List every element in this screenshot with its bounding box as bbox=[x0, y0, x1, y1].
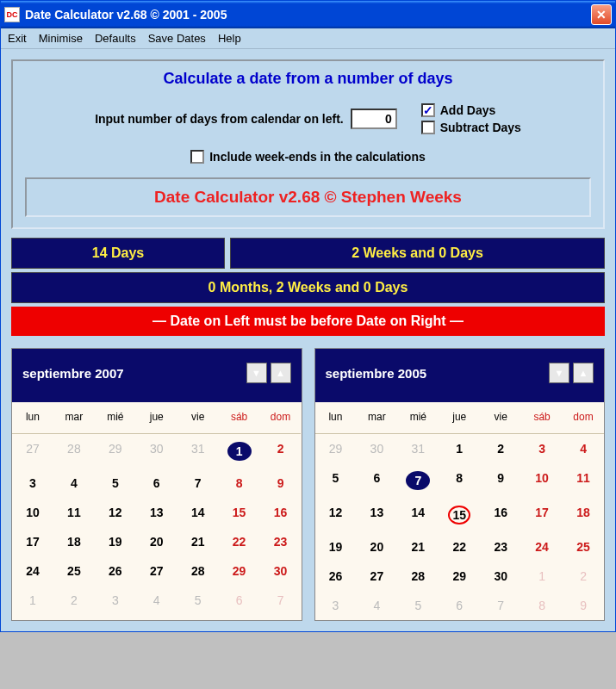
calendar-day[interactable]: 28 bbox=[53, 434, 95, 469]
calendar-day[interactable]: 6 bbox=[219, 586, 260, 615]
calendar-day[interactable]: 22 bbox=[219, 527, 260, 556]
calendar-day[interactable]: 20 bbox=[136, 527, 177, 556]
menu-help[interactable]: Help bbox=[218, 32, 241, 45]
calendar-day[interactable]: 8 bbox=[521, 591, 563, 620]
calendar-day[interactable]: 19 bbox=[315, 532, 357, 562]
calendar-day[interactable]: 3 bbox=[12, 469, 53, 498]
calendar-left-up[interactable]: ▲ bbox=[271, 363, 291, 383]
calendar-day[interactable]: 26 bbox=[95, 556, 136, 586]
calendar-day[interactable]: 12 bbox=[95, 498, 136, 527]
calendar-day[interactable]: 22 bbox=[439, 532, 480, 562]
calendar-day[interactable]: 29 bbox=[95, 434, 136, 469]
calendar-day[interactable]: 8 bbox=[219, 469, 260, 498]
calendar-day[interactable]: 19 bbox=[95, 527, 136, 556]
calendar-day[interactable]: 10 bbox=[521, 463, 563, 498]
calendar-day[interactable]: 16 bbox=[480, 498, 521, 532]
calendar-day[interactable]: 12 bbox=[315, 498, 357, 532]
calendar-day[interactable]: 25 bbox=[53, 556, 95, 586]
calendar-day[interactable]: 6 bbox=[356, 463, 397, 498]
calendar-day[interactable]: 28 bbox=[177, 556, 219, 586]
calendar-day[interactable]: 3 bbox=[95, 586, 136, 615]
calendar-day[interactable]: 25 bbox=[563, 532, 604, 562]
calendar-day[interactable]: 5 bbox=[397, 591, 439, 620]
calendar-day[interactable]: 9 bbox=[480, 463, 521, 498]
add-days-checkbox[interactable]: ✓ bbox=[421, 103, 435, 117]
calendar-day[interactable]: 28 bbox=[397, 562, 439, 591]
calendar-day[interactable]: 3 bbox=[521, 434, 563, 463]
calendar-day[interactable]: 31 bbox=[397, 434, 439, 463]
calendar-day[interactable]: 24 bbox=[12, 556, 53, 586]
calendar-day[interactable]: 27 bbox=[356, 562, 397, 591]
calendar-day[interactable]: 15 bbox=[439, 498, 480, 532]
calendar-day[interactable]: 3 bbox=[315, 591, 357, 620]
calendar-day[interactable]: 14 bbox=[397, 498, 439, 532]
calendar-day[interactable]: 14 bbox=[177, 498, 219, 527]
calendar-day[interactable]: 30 bbox=[136, 434, 177, 469]
calendar-day[interactable]: 18 bbox=[53, 527, 95, 556]
calendar-day[interactable]: 13 bbox=[136, 498, 177, 527]
calendar-day[interactable]: 6 bbox=[136, 469, 177, 498]
calendar-day[interactable]: 17 bbox=[12, 527, 53, 556]
calendar-day[interactable]: 23 bbox=[260, 527, 302, 556]
calendar-day[interactable]: 4 bbox=[563, 434, 604, 463]
calendar-day[interactable]: 1 bbox=[12, 586, 53, 615]
calendar-day[interactable]: 8 bbox=[439, 463, 480, 498]
calendar-day[interactable]: 11 bbox=[563, 463, 604, 498]
calendar-day[interactable]: 10 bbox=[12, 498, 53, 527]
calendar-day[interactable]: 2 bbox=[53, 586, 95, 615]
calendar-day[interactable]: 24 bbox=[521, 532, 563, 562]
calendar-day[interactable]: 1 bbox=[219, 434, 260, 469]
calendar-day[interactable]: 26 bbox=[315, 562, 357, 591]
calendar-day[interactable]: 15 bbox=[219, 498, 260, 527]
calendar-day[interactable]: 6 bbox=[439, 591, 480, 620]
titlebar[interactable]: DC Date Calculator v2.68 © 2001 - 2005 ✕ bbox=[1, 1, 615, 28]
calendar-day[interactable]: 11 bbox=[53, 498, 95, 527]
calendar-left-down[interactable]: ▼ bbox=[246, 363, 267, 383]
calendar-day[interactable]: 16 bbox=[260, 498, 302, 527]
calendar-day[interactable]: 4 bbox=[136, 586, 177, 615]
calendar-right-down[interactable]: ▼ bbox=[549, 363, 569, 383]
menu-exit[interactable]: Exit bbox=[8, 32, 27, 45]
calendar-day[interactable]: 9 bbox=[260, 469, 302, 498]
calendar-day[interactable]: 7 bbox=[177, 469, 219, 498]
calendar-day[interactable]: 4 bbox=[53, 469, 95, 498]
subtract-days-checkbox[interactable] bbox=[421, 121, 435, 134]
calendar-day[interactable]: 27 bbox=[136, 556, 177, 586]
calendar-day[interactable]: 5 bbox=[315, 463, 357, 498]
calendar-day[interactable]: 29 bbox=[219, 556, 260, 586]
weekend-checkbox[interactable] bbox=[190, 150, 204, 164]
menu-minimise[interactable]: Minimise bbox=[39, 32, 83, 45]
calendar-day[interactable]: 13 bbox=[356, 498, 397, 532]
calendar-day[interactable]: 9 bbox=[563, 591, 604, 620]
calendar-day[interactable]: 29 bbox=[439, 562, 480, 591]
calendar-day[interactable]: 2 bbox=[563, 562, 604, 591]
calendar-left-grid: lunmarmiéjueviesábdom2728293031123456789… bbox=[12, 402, 302, 615]
calendar-day[interactable]: 30 bbox=[480, 562, 521, 591]
calendar-day[interactable]: 21 bbox=[397, 532, 439, 562]
calendar-day[interactable]: 1 bbox=[439, 434, 480, 463]
calendar-right-up[interactable]: ▲ bbox=[573, 363, 594, 383]
calendar-day[interactable]: 20 bbox=[356, 532, 397, 562]
calendar-day[interactable]: 27 bbox=[12, 434, 53, 469]
calendar-day[interactable]: 7 bbox=[260, 586, 302, 615]
menu-save-dates[interactable]: Save Dates bbox=[148, 32, 206, 45]
calendar-day[interactable]: 7 bbox=[397, 463, 439, 498]
calendar-day[interactable]: 18 bbox=[563, 498, 604, 532]
calendar-day[interactable]: 21 bbox=[177, 527, 219, 556]
calendar-day[interactable]: 2 bbox=[480, 434, 521, 463]
calendar-day[interactable]: 23 bbox=[480, 532, 521, 562]
calendar-day[interactable]: 30 bbox=[260, 556, 302, 586]
calendar-day[interactable]: 2 bbox=[260, 434, 302, 469]
calendar-day[interactable]: 4 bbox=[356, 591, 397, 620]
calendar-day[interactable]: 30 bbox=[356, 434, 397, 463]
calendar-day[interactable]: 5 bbox=[95, 469, 136, 498]
calendar-day[interactable]: 1 bbox=[521, 562, 563, 591]
calendar-day[interactable]: 29 bbox=[315, 434, 357, 463]
close-button[interactable]: ✕ bbox=[591, 4, 612, 25]
calendar-day[interactable]: 31 bbox=[177, 434, 219, 469]
days-input[interactable] bbox=[351, 109, 397, 129]
calendar-day[interactable]: 7 bbox=[480, 591, 521, 620]
menu-defaults[interactable]: Defaults bbox=[95, 32, 136, 45]
calendar-day[interactable]: 17 bbox=[521, 498, 563, 532]
calendar-day[interactable]: 5 bbox=[177, 586, 219, 615]
